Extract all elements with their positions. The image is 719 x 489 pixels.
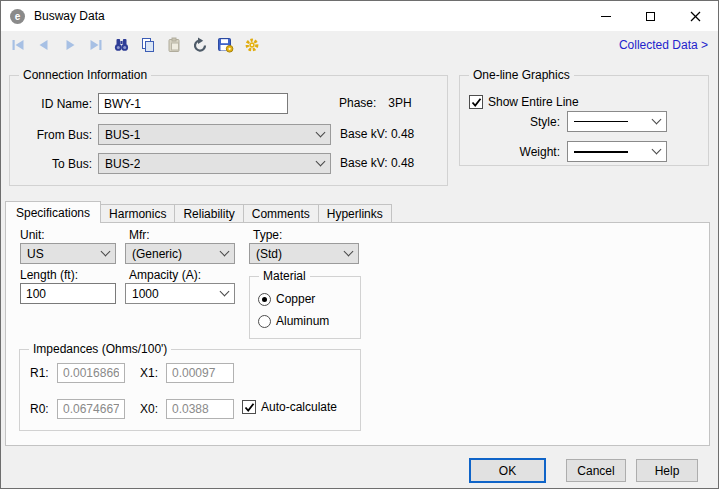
- toolbar: Collected Data >: [1, 31, 718, 59]
- chevron-down-icon: [652, 115, 662, 125]
- copper-radio[interactable]: [258, 293, 271, 306]
- tab-label: Comments: [252, 207, 310, 221]
- chevron-down-icon: [316, 157, 326, 167]
- from-bus-dropdown[interactable]: BUS-1: [98, 124, 331, 145]
- style-label: Style:: [498, 115, 560, 129]
- x0-label: X0:: [140, 402, 158, 416]
- mfr-label: Mfr:: [129, 228, 150, 242]
- length-label: Length (ft):: [20, 268, 78, 282]
- connection-information-label: Connection Information: [19, 68, 151, 83]
- to-bus-label: To Bus:: [12, 157, 92, 171]
- undo-button[interactable]: [189, 35, 210, 56]
- tab-label: Hyperlinks: [327, 207, 383, 221]
- phase-label: Phase:: [339, 96, 376, 110]
- one-line-graphics-group: One-line Graphics Show Entire Line Style…: [459, 75, 709, 166]
- window-title: Busway Data: [34, 9, 105, 23]
- phase-row: Phase: 3PH: [339, 96, 412, 110]
- chevron-down-icon: [652, 145, 662, 155]
- material-label: Material: [259, 269, 310, 284]
- close-button[interactable]: [673, 1, 718, 31]
- specifications-panel: Unit: US Mfr: (Generic) Type: (Std) Leng…: [5, 222, 710, 446]
- maximize-button[interactable]: [628, 1, 673, 31]
- style-dropdown[interactable]: [567, 111, 667, 132]
- collected-data-link[interactable]: Collected Data >: [619, 38, 708, 52]
- close-icon: [690, 11, 701, 22]
- title-bar: e Busway Data: [1, 1, 718, 31]
- next-record-button[interactable]: [59, 35, 80, 56]
- from-bus-label: From Bus:: [12, 128, 92, 142]
- length-input[interactable]: [20, 283, 116, 304]
- to-bus-value: BUS-2: [105, 157, 140, 171]
- last-record-icon: [88, 37, 104, 53]
- cancel-button[interactable]: Cancel: [566, 459, 626, 482]
- busway-data-dialog: e Busway Data: [0, 0, 719, 489]
- x1-input[interactable]: [166, 363, 234, 383]
- line-style-swatch: [574, 121, 628, 123]
- maximize-icon: [646, 12, 655, 21]
- tab-harmonics[interactable]: Harmonics: [101, 204, 175, 223]
- first-record-icon: [10, 37, 26, 53]
- paste-icon: [166, 37, 182, 53]
- auto-calculate-row: Auto-calculate: [242, 400, 337, 414]
- aluminum-label: Aluminum: [276, 314, 329, 328]
- chevron-down-icon: [101, 247, 111, 257]
- one-line-graphics-label: One-line Graphics: [469, 68, 574, 83]
- r0-input[interactable]: [57, 399, 125, 419]
- x1-label: X1:: [140, 366, 158, 380]
- weight-label: Weight:: [498, 145, 560, 159]
- previous-record-button[interactable]: [33, 35, 54, 56]
- chevron-down-icon: [316, 128, 326, 138]
- app-icon: e: [10, 9, 25, 24]
- auto-calculate-checkbox[interactable]: [242, 400, 256, 414]
- show-entire-line-label: Show Entire Line: [488, 95, 579, 109]
- app-icon-glyph: e: [15, 11, 21, 22]
- save-options-icon: [217, 37, 234, 53]
- tab-comments[interactable]: Comments: [244, 204, 319, 223]
- tab-reliability[interactable]: Reliability: [175, 204, 243, 223]
- last-record-button[interactable]: [85, 35, 106, 56]
- tab-specifications[interactable]: Specifications: [5, 201, 101, 223]
- save-options-button[interactable]: [215, 35, 236, 56]
- paste-button[interactable]: [163, 35, 184, 56]
- copy-button[interactable]: [137, 35, 158, 56]
- minimize-icon: [601, 16, 611, 17]
- phase-value: 3PH: [388, 96, 411, 110]
- x0-input[interactable]: [166, 399, 234, 419]
- tab-hyperlinks[interactable]: Hyperlinks: [319, 204, 392, 223]
- type-dropdown[interactable]: (Std): [249, 243, 359, 264]
- tab-strip: Specifications Harmonics Reliability Com…: [5, 201, 392, 223]
- ok-button[interactable]: OK: [469, 458, 546, 483]
- minimize-button[interactable]: [583, 1, 628, 31]
- previous-record-icon: [36, 37, 52, 53]
- ampacity-dropdown[interactable]: 1000: [125, 283, 235, 304]
- from-base-kv-label: Base kV: 0.48: [340, 127, 414, 141]
- options-gear-button[interactable]: [241, 35, 262, 56]
- unit-value: US: [27, 247, 44, 261]
- check-icon: [471, 97, 482, 108]
- show-entire-line-row: Show Entire Line: [469, 95, 579, 109]
- r0-label: R0:: [30, 402, 49, 416]
- undo-icon: [192, 37, 208, 53]
- material-option-aluminum[interactable]: Aluminum: [258, 314, 329, 328]
- show-entire-line-checkbox[interactable]: [469, 95, 483, 109]
- mfr-dropdown[interactable]: (Generic): [125, 243, 235, 264]
- first-record-button[interactable]: [7, 35, 28, 56]
- to-bus-dropdown[interactable]: BUS-2: [98, 153, 331, 174]
- mfr-value: (Generic): [132, 247, 182, 261]
- ampacity-label: Ampacity (A):: [129, 268, 201, 282]
- id-name-input[interactable]: [98, 93, 288, 114]
- find-button[interactable]: [111, 35, 132, 56]
- material-option-copper[interactable]: Copper: [258, 292, 315, 306]
- aluminum-radio[interactable]: [258, 315, 271, 328]
- next-record-icon: [62, 37, 78, 53]
- weight-dropdown[interactable]: [567, 141, 667, 162]
- auto-calculate-label: Auto-calculate: [261, 400, 337, 414]
- unit-dropdown[interactable]: US: [20, 243, 116, 264]
- chevron-down-icon: [344, 247, 354, 257]
- line-weight-swatch: [574, 151, 628, 153]
- chevron-down-icon: [220, 247, 230, 257]
- to-base-kv-label: Base kV: 0.48: [340, 156, 414, 170]
- help-button[interactable]: Help: [636, 459, 698, 482]
- r1-input[interactable]: [57, 363, 125, 383]
- unit-label: Unit:: [20, 228, 45, 242]
